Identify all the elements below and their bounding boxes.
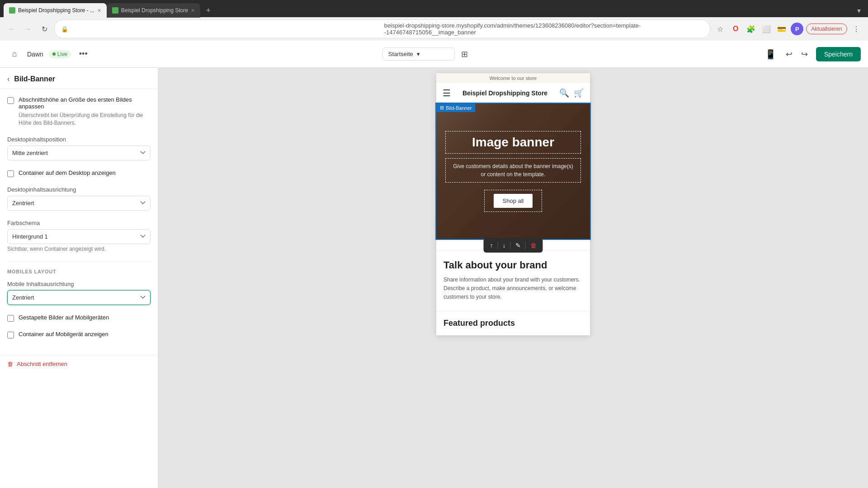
browser-toolbar: ← → ↻ 🔒 beispiel-dropshipping-store.mysh… <box>0 17 868 41</box>
mobile-container-label: Container auf Mobilgerät anzeigen <box>19 331 108 338</box>
divider-1 <box>7 261 151 262</box>
featured-products-section: Featured products <box>436 311 590 335</box>
reload-button[interactable]: ↻ <box>38 23 51 35</box>
opera-icon[interactable]: O <box>729 23 742 35</box>
banner-content: Image banner Give customers details abou… <box>436 122 590 221</box>
store-nav: ☰ Beispiel Dropshipping Store 🔍 🛒 <box>436 83 590 103</box>
more-options-button[interactable]: ••• <box>76 47 90 61</box>
banner-title: Image banner <box>453 135 573 150</box>
theme-name: Dawn <box>27 51 43 58</box>
tab-label-1: Beispiel Dropshipping Store - ... <box>18 7 94 14</box>
brand-description: Share information about your brand with … <box>443 276 583 302</box>
aktualisieren-button[interactable]: Aktualisieren <box>806 23 847 34</box>
desktop-position-group: Desktopinhaltsposition Mitte zentriert L… <box>7 136 151 160</box>
search-icon[interactable]: 🔍 <box>559 88 569 98</box>
brand-title: Talk about your brand <box>443 259 583 271</box>
nav-icons: 🔍 🛒 <box>559 88 584 98</box>
grid-icon: ⊞ <box>440 105 444 111</box>
delete-icon: 🗑 <box>530 242 537 249</box>
live-badge: Live <box>49 50 71 58</box>
extensions-button[interactable]: 🧩 <box>745 23 757 35</box>
section-select-button[interactable]: ⊞ <box>458 48 471 61</box>
new-tab-button[interactable]: + <box>202 4 215 17</box>
desktop-container-row: Container auf dem Desktop anzeigen <box>7 169 151 177</box>
banner-btn-box[interactable]: Shop all <box>484 190 542 212</box>
desktop-position-select[interactable]: Mitte zentriert Linksbündig Rechtsbündig <box>7 145 151 160</box>
browser-profile[interactable]: P <box>791 23 803 35</box>
bild-banner-tag: ⊞ Bild-Banner <box>436 103 475 112</box>
toolbar-delete-button[interactable]: 🗑 <box>528 240 539 251</box>
undo-button[interactable]: ↩ <box>783 47 796 61</box>
desktop-container-group: Container auf dem Desktop anzeigen <box>7 169 151 177</box>
featured-products-title: Featured products <box>443 319 583 328</box>
save-button[interactable]: Speichern <box>816 47 861 61</box>
mobile-container-group: Container auf Mobilgerät anzeigen <box>7 331 151 338</box>
browser-tab-1[interactable]: Beispiel Dropshipping Store - ... ✕ <box>4 3 107 18</box>
tab-list-button[interactable]: ▾ <box>854 5 864 17</box>
adapt-height-label: Abschnittshöhe an Größe des ersten Bilde… <box>19 96 151 110</box>
image-banner-section[interactable]: ⊞ Bild-Banner Image banner Give customer… <box>436 103 590 239</box>
bild-banner-label-text: Bild-Banner <box>446 105 472 111</box>
panel-back-button[interactable]: ‹ <box>7 75 9 83</box>
cart-icon[interactable]: 🛒 <box>574 88 584 98</box>
move-up-icon: ↑ <box>490 242 493 249</box>
address-bar[interactable]: 🔒 beispiel-dropshipping-store.myshopify.… <box>54 19 710 38</box>
mobile-alignment-select[interactable]: Zentriert Linksbündig Rechtsbündig <box>7 290 151 305</box>
tab-favicon-1 <box>9 7 15 14</box>
tab-close-1[interactable]: ✕ <box>97 8 101 14</box>
banner-description: Give customers details about the banner … <box>453 162 573 178</box>
toolbar-divider-2 <box>510 241 511 249</box>
wallet-button[interactable]: 💳 <box>775 23 788 35</box>
banner-desc-box[interactable]: Give customers details about the banner … <box>445 158 581 183</box>
panel-body: Abschnittshöhe an Größe des ersten Bilde… <box>0 89 158 355</box>
tab-close-2[interactable]: ✕ <box>191 8 195 14</box>
trash-icon: 🗑 <box>7 361 13 367</box>
toolbar-move-up-button[interactable]: ↑ <box>487 240 496 251</box>
banner-title-box[interactable]: Image banner <box>445 131 581 154</box>
color-scheme-label: Farbschema <box>7 220 151 226</box>
welcome-bar: Welcome to our store <box>436 73 590 83</box>
move-down-icon: ↓ <box>503 242 506 249</box>
redo-button[interactable]: ↪ <box>798 47 811 61</box>
screenshot-button[interactable]: ⬜ <box>760 23 773 35</box>
back-button[interactable]: ← <box>5 23 18 35</box>
preview-area: Welcome to our store ☰ Beispiel Dropship… <box>158 68 868 488</box>
menu-button[interactable]: ⋮ <box>850 23 863 35</box>
topbar-back-button[interactable]: ⌂ <box>7 47 22 61</box>
desktop-alignment-select[interactable]: Zentriert Linksbündig Rechtsbündig <box>7 196 151 211</box>
browser-tabs: Beispiel Dropshipping Store - ... ✕ Beis… <box>0 0 868 17</box>
color-scheme-group: Farbschema Hintergrund 1 Hintergrund 2 I… <box>7 220 151 252</box>
mobile-device-button[interactable]: 📱 <box>763 47 778 61</box>
toolbar-move-down-button[interactable]: ↓ <box>500 240 509 251</box>
bookmark-button[interactable]: ☆ <box>714 23 726 35</box>
desktop-container-checkbox[interactable] <box>7 170 14 177</box>
mobile-container-checkbox[interactable] <box>7 332 14 338</box>
hamburger-icon[interactable]: ☰ <box>443 88 451 99</box>
toolbar-divider-1 <box>498 241 498 249</box>
panel-title: Bild-Banner <box>14 75 55 83</box>
topbar-right: 📱 ↩ ↪ Speichern <box>763 47 861 61</box>
app-layout: ⌂ Dawn Live ••• Startseite ▾ ⊞ 📱 ↩ ↪ Spe… <box>0 41 868 488</box>
live-dot-icon <box>52 52 56 56</box>
edit-icon: ✎ <box>515 242 521 249</box>
main-content: ‹ Bild-Banner Abschnittshöhe an Größe de… <box>0 68 868 488</box>
topbar-center: Startseite ▾ ⊞ <box>96 47 758 61</box>
desktop-alignment-group: Desktopinhaltsausrichtung Zentriert Link… <box>7 186 151 211</box>
desktop-container-label: Container auf dem Desktop anzeigen <box>19 169 116 176</box>
floating-toolbar: ↑ ↓ ✎ 🗑 <box>484 238 543 253</box>
forward-button[interactable]: → <box>22 23 34 35</box>
adapt-height-checkbox[interactable] <box>7 97 14 104</box>
color-scheme-select[interactable]: Hintergrund 1 Hintergrund 2 Invertiert <box>7 229 151 244</box>
browser-actions: ☆ O 🧩 ⬜ 💳 P Aktualisieren ⋮ <box>714 23 863 35</box>
undo-redo-group: ↩ ↪ <box>783 47 811 61</box>
delete-section-button[interactable]: 🗑 Abschnitt entfernen <box>0 355 158 373</box>
shop-all-button[interactable]: Shop all <box>494 194 533 208</box>
stacked-images-checkbox[interactable] <box>7 315 14 322</box>
page-select-dropdown[interactable]: Startseite ▾ <box>382 47 455 61</box>
browser-tab-2[interactable]: Beispiel Dropshipping Store ✕ <box>107 3 200 18</box>
toolbar-edit-button[interactable]: ✎ <box>513 240 524 251</box>
mobile-alignment-group: Mobile Inhaltsausrichtung Zentriert Link… <box>7 281 151 305</box>
brand-section: Talk about your brand Share information … <box>436 250 590 311</box>
adapt-height-label-group: Abschnittshöhe an Größe des ersten Bilde… <box>19 96 151 127</box>
adapt-height-row: Abschnittshöhe an Größe des ersten Bilde… <box>7 96 151 127</box>
